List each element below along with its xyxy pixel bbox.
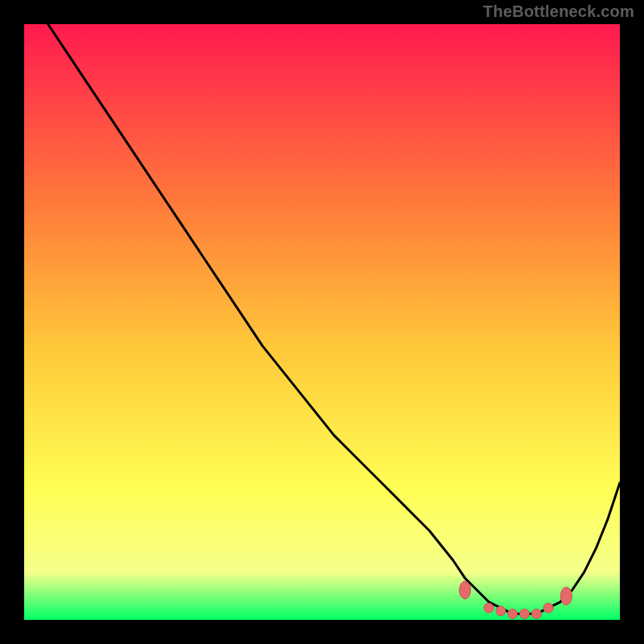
curve-marker-2 [496,606,506,616]
curve-marker-3 [508,609,518,619]
chart-svg [24,24,620,620]
curve-marker-4 [520,609,530,619]
chart-plot-area [24,24,620,620]
curve-marker-6 [543,603,553,613]
curve-marker-7 [560,587,572,605]
curve-marker-5 [531,609,541,619]
watermark-text: TheBottleneck.com [483,2,634,21]
curve-marker-0 [460,581,471,599]
chart-background [24,24,620,620]
curve-marker-1 [484,603,493,613]
chart-frame: TheBottleneck.com [0,0,644,644]
